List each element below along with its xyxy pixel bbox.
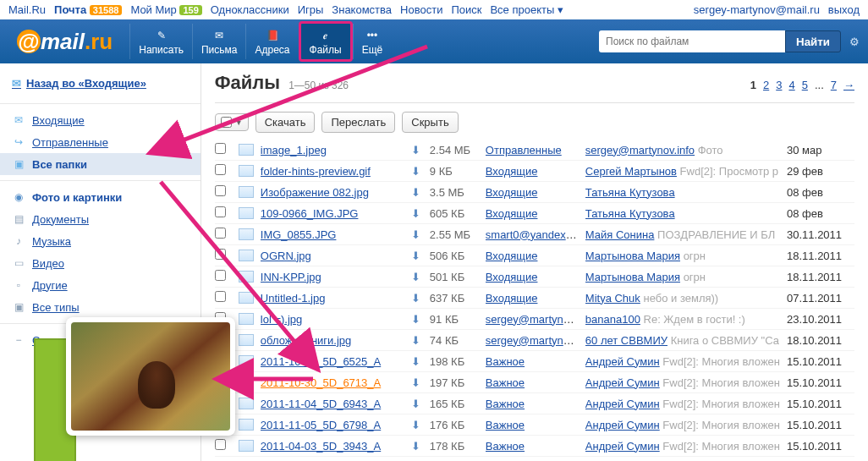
sender-link[interactable]: Мартынова Мария <box>585 250 680 262</box>
page-1[interactable]: 1 <box>750 79 756 91</box>
topnav-mail[interactable]: Почта <box>54 3 86 16</box>
file-row[interactable]: 2011-11-04_5D_6943_A⬇165 КБВажноеАндрей … <box>215 393 854 414</box>
folder-link[interactable]: smart0@yandex.ru <box>486 228 579 241</box>
file-row[interactable]: обложка книги.jpg⬇74 КБsergey@martynov.i… <box>215 330 854 351</box>
sidebar-all-folders[interactable]: ▣ Все папки <box>0 153 201 175</box>
back-to-inbox[interactable]: ✉ Назад во «Входящие» <box>12 77 146 90</box>
folder-link[interactable]: Важное <box>486 376 525 389</box>
folder-link[interactable]: Входящие <box>486 292 538 305</box>
sidebar-photos[interactable]: ◉ Фото и картинки <box>0 186 201 208</box>
sidebar-sent[interactable]: ↪ Отправленные <box>0 131 201 153</box>
file-name-link[interactable]: IMG_0855.JPG <box>261 228 337 241</box>
folder-link[interactable]: sergey@martynov.in <box>486 334 579 347</box>
file-row[interactable]: image_1.jpeg⬇2.54 МБОтправленныеsergey@m… <box>215 140 854 161</box>
download-icon[interactable]: ⬇ <box>411 292 423 305</box>
sidebar-other[interactable]: ▫ Другие <box>0 274 201 296</box>
page-7[interactable]: 7 <box>831 79 837 91</box>
file-name-link[interactable]: 2011-10-30_5D_6525_A <box>261 355 381 368</box>
file-name-link[interactable]: обложка книги.jpg <box>261 334 352 347</box>
folder-link[interactable]: sergey@martynov.in <box>486 313 579 326</box>
sender-link[interactable]: 60 лет СВВМИУ <box>585 334 667 347</box>
folder-link[interactable]: Важное <box>486 440 525 453</box>
folder-link[interactable]: Важное <box>486 355 525 368</box>
logout-link[interactable]: выход <box>828 3 860 16</box>
folder-link[interactable]: Важное <box>486 398 525 410</box>
logo[interactable]: @mail.ru <box>8 29 129 55</box>
download-icon[interactable]: ⬇ <box>411 334 423 347</box>
page-2[interactable]: 2 <box>763 79 769 91</box>
file-name-link[interactable]: Untitled-1.jpg <box>261 292 326 305</box>
file-name-link[interactable]: 2011-04-03_5D_3943_A <box>261 440 381 453</box>
sender-link[interactable]: Андрей Сумин <box>585 398 660 410</box>
sender-link[interactable]: Майя Сонина <box>585 228 655 241</box>
download-icon[interactable]: ⬇ <box>411 250 423 262</box>
file-name-link[interactable]: 2011-11-04_5D_6943_A <box>261 398 381 410</box>
sidebar-music[interactable]: ♪ Музыка <box>0 230 201 252</box>
file-name-link[interactable]: lol =).jpg <box>261 313 303 326</box>
file-row[interactable]: lol =).jpg⬇91 КБsergey@martynov.inbanana… <box>215 309 854 330</box>
download-button[interactable]: Скачать <box>255 112 316 133</box>
folder-link[interactable]: Входящие <box>486 250 538 262</box>
file-row[interactable]: 2011-11-05_5D_6798_A⬇176 КБВажноеАндрей … <box>215 414 854 436</box>
row-checkbox[interactable] <box>215 206 226 217</box>
tab-more[interactable]: ••• Ещё <box>353 24 392 59</box>
file-row[interactable]: OGRN.jpg⬇506 КБВходящиеМартынова Мария о… <box>215 245 854 266</box>
topnav-ok[interactable]: Одноклассники <box>211 3 289 16</box>
search-input[interactable] <box>599 30 785 52</box>
page-3[interactable]: 3 <box>776 79 782 91</box>
sender-link[interactable]: Татьяна Кутузова <box>585 186 675 199</box>
row-checkbox[interactable] <box>215 185 226 196</box>
file-name-link[interactable]: image_1.jpeg <box>261 144 327 156</box>
download-icon[interactable]: ⬇ <box>411 419 423 431</box>
folder-link[interactable]: Входящие <box>486 271 538 283</box>
forward-button[interactable]: Переслать <box>321 112 395 133</box>
topnav-all[interactable]: Все проекты ▾ <box>490 3 563 16</box>
tab-letters[interactable]: ✉ Письма <box>192 24 246 59</box>
sender-link[interactable]: Андрей Сумин <box>585 355 660 368</box>
sidebar-inbox[interactable]: ✉ Входящие <box>0 109 201 131</box>
folder-link[interactable]: Входящие <box>486 207 538 220</box>
file-name-link[interactable]: 2011-10-30_5D_6713_A <box>261 376 381 389</box>
sender-link[interactable]: Mitya Chuk <box>585 292 640 305</box>
topnav-dating[interactable]: Знакомства <box>332 3 392 16</box>
file-row[interactable]: folder-hints-preview.gif⬇9 КБВходящиеСер… <box>215 161 854 182</box>
row-checkbox[interactable] <box>215 164 226 175</box>
page-5[interactable]: 5 <box>802 79 808 91</box>
download-icon[interactable]: ⬇ <box>411 186 423 199</box>
file-name-link[interactable]: INN-KPP.jpg <box>261 271 321 283</box>
sender-link[interactable]: Андрей Сумин <box>585 440 660 453</box>
hide-button[interactable]: Скрыть <box>402 112 458 133</box>
folder-link[interactable]: Отправленные <box>486 144 562 156</box>
tab-files[interactable]: 𝒆 Файлы <box>299 21 353 62</box>
sender-link[interactable]: sergey@martynov.info <box>585 144 695 156</box>
download-icon[interactable]: ⬇ <box>411 440 423 453</box>
sidebar-video[interactable]: ▭ Видео <box>0 252 201 274</box>
topnav-games[interactable]: Игры <box>298 3 324 16</box>
sender-link[interactable]: Татьяна Кутузова <box>585 207 675 220</box>
select-all-checkbox[interactable] <box>221 117 232 128</box>
row-checkbox[interactable] <box>215 228 226 239</box>
sidebar-docs[interactable]: ▤ Документы <box>0 208 201 230</box>
file-row[interactable]: Изображение 082.jpg⬇3.5 МБВходящиеТатьян… <box>215 182 854 203</box>
file-row[interactable]: 2011-10-30_5D_6525_A⬇198 КБВажноеАндрей … <box>215 351 854 372</box>
gear-icon[interactable]: ⚙ <box>849 36 860 48</box>
sidebar-alltypes[interactable]: ▣ Все типы <box>0 296 201 318</box>
page-4[interactable]: 4 <box>788 79 794 91</box>
tab-compose[interactable]: ✎ Написать <box>129 24 192 59</box>
row-checkbox[interactable] <box>215 291 226 302</box>
page-next[interactable]: → <box>843 79 854 91</box>
row-checkbox[interactable] <box>215 249 226 260</box>
sender-link[interactable]: Андрей Сумин <box>585 419 660 431</box>
file-name-link[interactable]: 109-0966_IMG.JPG <box>261 207 359 220</box>
file-row[interactable]: 2011-04-03_5D_3943_A⬇178 КБВажноеАндрей … <box>215 436 854 457</box>
download-icon[interactable]: ⬇ <box>411 271 423 283</box>
topnav-myworld[interactable]: Мой Мир <box>130 3 176 16</box>
row-checkbox[interactable] <box>215 439 226 450</box>
row-checkbox[interactable] <box>215 143 226 154</box>
file-row[interactable]: INN-KPP.jpg⬇501 КБВходящиеМартынова Мари… <box>215 266 854 288</box>
file-row[interactable]: IMG_0855.JPG⬇2.55 МБsmart0@yandex.ruМайя… <box>215 224 854 245</box>
download-icon[interactable]: ⬇ <box>411 313 423 326</box>
select-all[interactable]: ▼ <box>215 113 249 131</box>
file-row[interactable]: 109-0966_IMG.JPG⬇605 КБВходящиеТатьяна К… <box>215 203 854 224</box>
folder-link[interactable]: Входящие <box>486 186 538 199</box>
